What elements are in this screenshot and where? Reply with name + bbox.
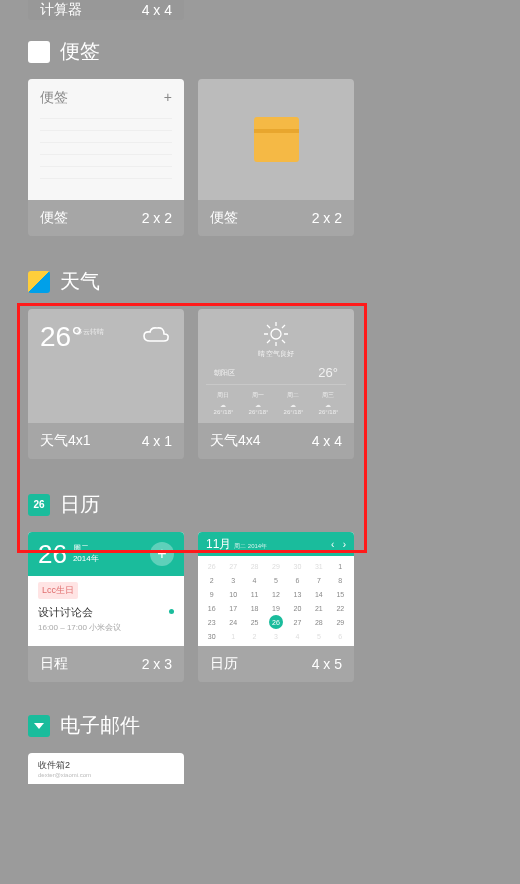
widget-size: 4 x 4 (142, 2, 172, 18)
widget-name: 计算器 (40, 1, 82, 19)
widget-name: 便签 (210, 209, 238, 227)
widget-row-weather: 26° 多云转晴 天气4x1 4 x 1 (28, 309, 492, 459)
widget-name: 天气4x1 (40, 432, 91, 450)
schedule-weekday: 周二 (73, 544, 99, 554)
calendar-app-icon: 26 (28, 494, 50, 516)
schedule-event-meeting: 设计讨论会 16:00 – 17:00 小米会议 (38, 605, 174, 633)
widget-name: 便签 (40, 209, 68, 227)
widget-size: 2 x 2 (312, 210, 342, 226)
svg-line-6 (282, 340, 285, 343)
calendar-month-preview: 11月 周二 2014年 ‹ › 2627282930311 2345678 9… (198, 532, 354, 646)
schedule-date-number: 26 (38, 539, 67, 570)
widget-notes-single[interactable]: 便签 2 x 2 (198, 79, 354, 236)
widget-footer: 天气4x1 4 x 1 (28, 423, 184, 459)
notes-preview-title: 便签 (40, 89, 68, 107)
schedule-year: 2014年 (73, 554, 99, 564)
weather-temperature: 26° (40, 321, 82, 353)
add-event-icon: + (150, 542, 174, 566)
widget-size: 4 x 1 (142, 433, 172, 449)
widget-weather-4x1[interactable]: 26° 多云转晴 天气4x1 4 x 1 (28, 309, 184, 459)
widget-name: 天气4x4 (210, 432, 261, 450)
section-title: 天气 (60, 268, 100, 295)
schedule-preview: 26 周二 2014年 + Lcc生日 设计讨论会 16:00 – 17:00 … (28, 532, 184, 646)
section-title: 日历 (60, 491, 100, 518)
calendar-grid: 2627282930311 2345678 9101112131415 1617… (198, 556, 354, 646)
widget-footer: 便签 2 x 2 (198, 200, 354, 236)
notes-icon-preview (198, 79, 354, 200)
mail-app-icon (28, 715, 50, 737)
weather-preview-small: 26° 多云转晴 (28, 309, 184, 423)
widget-size: 4 x 5 (312, 656, 342, 672)
widget-size: 4 x 4 (312, 433, 342, 449)
section-header-email: 电子邮件 (28, 712, 492, 739)
widget-row-notes: 便签 + 便签 2 x 2 便签 2 x 2 (28, 79, 492, 236)
widget-footer: 日程 2 x 3 (28, 646, 184, 682)
widget-name: 日程 (40, 655, 68, 673)
weather-app-icon (28, 271, 50, 293)
email-address: dexter@xiaomi.com (38, 772, 174, 778)
notes-app-icon (28, 41, 50, 63)
svg-line-7 (282, 325, 285, 328)
calendar-nav-icons: ‹ › (331, 539, 346, 550)
widget-name: 日历 (210, 655, 238, 673)
widget-footer: 便签 2 x 2 (28, 200, 184, 236)
notes-preview: 便签 + (28, 79, 184, 200)
section-title: 电子邮件 (60, 712, 140, 739)
widget-notes-list[interactable]: 便签 + 便签 2 x 2 (28, 79, 184, 236)
email-inbox-title: 收件箱2 (38, 759, 174, 772)
cloud-icon (142, 325, 170, 345)
weather-temperature: 26° (318, 365, 338, 380)
section-header-calendar: 26 日历 (28, 491, 492, 518)
section-header-weather: 天气 (28, 268, 492, 295)
widget-size: 2 x 2 (142, 210, 172, 226)
widget-row-calendar: 26 周二 2014年 + Lcc生日 设计讨论会 16:00 – 17:00 … (28, 532, 492, 682)
svg-point-0 (271, 329, 281, 339)
section-title: 便签 (60, 38, 100, 65)
widget-calendar-month[interactable]: 11月 周二 2014年 ‹ › 2627282930311 2345678 9… (198, 532, 354, 682)
widget-size: 2 x 3 (142, 656, 172, 672)
widget-schedule[interactable]: 26 周二 2014年 + Lcc生日 设计讨论会 16:00 – 17:00 … (28, 532, 184, 682)
widget-footer-calculator[interactable]: 计算器 4 x 4 (28, 0, 184, 20)
widget-email[interactable]: 收件箱2 dexter@xiaomi.com (28, 753, 184, 784)
note-pad-icon (254, 117, 299, 162)
weather-preview-large: 晴 空气良好 朝阳区 26° 周日☁26°/18° 周一☁26°/18° 周二☁… (198, 309, 354, 423)
plus-icon: + (164, 89, 172, 107)
sun-icon (263, 321, 289, 347)
weather-location: 朝阳区 (214, 368, 235, 378)
schedule-event-birthday: Lcc生日 (38, 582, 78, 599)
svg-line-5 (267, 325, 270, 328)
weather-forecast-row: 周日☁26°/18° 周一☁26°/18° 周二☁26°/18° 周三☁26°/… (206, 391, 346, 415)
section-header-notes: 便签 (28, 38, 492, 65)
widget-footer: 日历 4 x 5 (198, 646, 354, 682)
widget-weather-4x4[interactable]: 晴 空气良好 朝阳区 26° 周日☁26°/18° 周一☁26°/18° 周二☁… (198, 309, 354, 459)
weather-condition: 多云转晴 (76, 327, 104, 337)
svg-line-8 (267, 340, 270, 343)
weather-condition-text: 晴 空气良好 (258, 349, 295, 359)
widget-footer: 天气4x4 4 x 4 (198, 423, 354, 459)
